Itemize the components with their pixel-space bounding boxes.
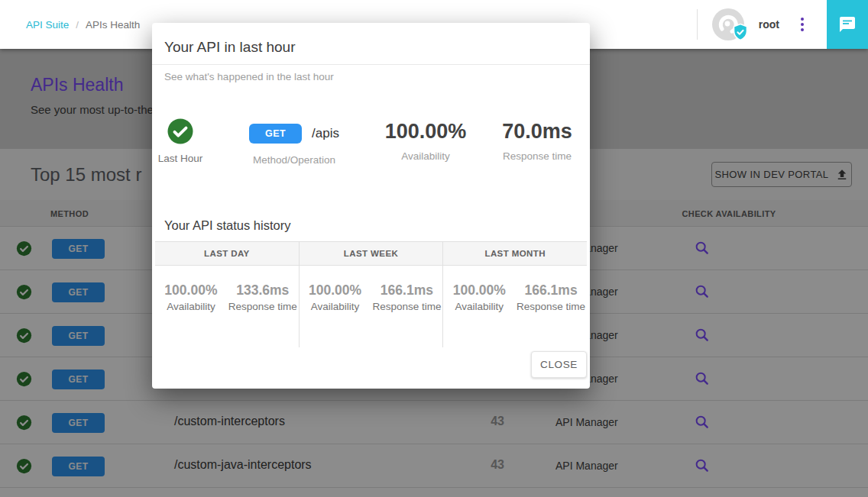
- chat-button[interactable]: [827, 0, 868, 49]
- history-availability: 100.00% Availability: [300, 266, 371, 347]
- response-time-label: Response time: [484, 150, 591, 162]
- method-badge: GET: [249, 124, 302, 144]
- api-last-hour-dialog: Your API in last hour See what's happene…: [152, 23, 590, 389]
- breadcrumb-apis-health: APIs Health: [86, 19, 140, 31]
- method-operation-label: Method/Operation: [225, 154, 363, 166]
- operation-path: /apis: [312, 126, 339, 141]
- history-response-value: 166.1ms: [371, 282, 443, 299]
- history-availability-value: 100.00%: [443, 282, 515, 299]
- history-period-header: LAST DAY: [155, 242, 300, 265]
- avatar[interactable]: [711, 8, 745, 41]
- username: root: [759, 18, 779, 31]
- history-availability-value: 100.00%: [155, 282, 227, 299]
- availability-label: Availability: [372, 150, 479, 162]
- breadcrumb: API Suite / APIs Health: [26, 0, 140, 49]
- history-table: LAST DAY LAST WEEK LAST MONTH 100.00% Av…: [155, 241, 587, 347]
- breadcrumb-api-suite[interactable]: API Suite: [26, 19, 69, 31]
- availability-stat: 100.00% Availability: [372, 120, 479, 162]
- response-time-value: 70.0ms: [484, 120, 591, 144]
- method-operation: GET /apis Method/Operation: [225, 124, 363, 166]
- history-response-label: Response time: [227, 301, 299, 312]
- close-button[interactable]: CLOSE: [531, 351, 587, 378]
- last-hour-status: Last Hour: [152, 118, 209, 164]
- history-response-value: 166.1ms: [515, 282, 587, 299]
- history-response-time: 166.1ms Response time: [371, 266, 443, 347]
- last-hour-label: Last Hour: [152, 153, 209, 164]
- history-availability: 100.00% Availability: [443, 266, 515, 347]
- history-availability: 100.00% Availability: [155, 266, 227, 347]
- verified-shield-icon: [731, 23, 750, 44]
- history-period-column: 100.00% Availability 133.6ms Response ti…: [155, 266, 300, 347]
- history-period-column: 100.00% Availability 166.1ms Response ti…: [300, 266, 444, 347]
- history-header-row: LAST DAY LAST WEEK LAST MONTH: [155, 241, 587, 266]
- divider: [697, 9, 698, 40]
- history-response-time: 166.1ms Response time: [515, 266, 587, 347]
- history-period-header: LAST MONTH: [443, 242, 587, 265]
- history-response-label: Response time: [371, 301, 443, 312]
- history-response-label: Response time: [515, 301, 587, 312]
- user-box: root: [697, 0, 811, 49]
- history-period-header: LAST WEEK: [300, 242, 444, 265]
- check-circle-icon: [167, 118, 194, 145]
- history-period-column: 100.00% Availability 166.1ms Response ti…: [443, 266, 587, 347]
- divider: [152, 64, 590, 65]
- history-response-time: 133.6ms Response time: [227, 266, 299, 347]
- dialog-subtitle: See what's happened in the last hour: [164, 71, 334, 82]
- history-availability-label: Availability: [443, 301, 515, 312]
- history-availability-label: Availability: [155, 301, 227, 312]
- history-values-row: 100.00% Availability 133.6ms Response ti…: [155, 266, 587, 347]
- chat-icon: [838, 15, 857, 34]
- history-availability-label: Availability: [300, 301, 371, 312]
- history-availability-value: 100.00%: [300, 282, 371, 299]
- availability-value: 100.00%: [372, 120, 479, 144]
- history-title: Your API status history: [164, 218, 290, 233]
- dialog-title: Your API in last hour: [164, 39, 295, 56]
- kebab-menu-icon[interactable]: [793, 11, 811, 37]
- history-response-value: 133.6ms: [227, 282, 299, 299]
- breadcrumb-separator: /: [76, 19, 79, 31]
- response-time-stat: 70.0ms Response time: [484, 120, 591, 162]
